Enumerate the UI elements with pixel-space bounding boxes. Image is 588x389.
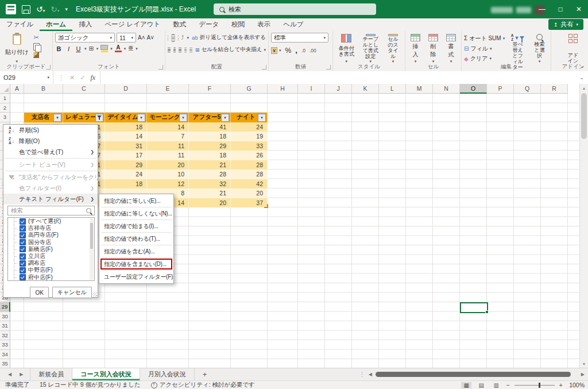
format-painter-button[interactable]	[33, 52, 39, 58]
merge-center-button[interactable]: ⊞セルを結合して中央揃え▾	[195, 45, 266, 55]
ribbon-tab-8[interactable]: ヘルプ	[277, 18, 310, 31]
row-header-3[interactable]: 3	[0, 113, 10, 122]
fill-button[interactable]: ⊟フィル▾	[464, 44, 505, 53]
cell[interactable]: 18	[189, 151, 231, 160]
row-header-2[interactable]: 2	[0, 103, 10, 113]
filter-item-8[interactable]: 府中店(F)	[8, 274, 94, 281]
zoom-slider[interactable]	[514, 385, 555, 386]
sheet-tab-0[interactable]: 新規会員	[30, 368, 72, 380]
cell[interactable]: 31	[105, 141, 147, 151]
filter-dropdown-button[interactable]: ▼	[221, 114, 229, 122]
scroll-right-icon[interactable]: ▶	[581, 372, 585, 377]
filter-dropdown-button[interactable]: ▼	[53, 114, 61, 122]
filter-item-4[interactable]: 新橋店(F)	[8, 246, 94, 253]
column-header-D[interactable]: D	[105, 84, 147, 94]
submenu-item-1[interactable]: 指定の値に等しくない(N)...	[99, 208, 173, 219]
column-header-P[interactable]: P	[487, 84, 514, 94]
currency-format-button[interactable]: ¥▾	[271, 45, 281, 55]
ribbon-tab-0[interactable]: ファイル	[0, 18, 40, 31]
filter-dropdown-button[interactable]: ▼	[258, 114, 266, 122]
orientation-icon[interactable]: ⤴	[181, 34, 184, 41]
ribbon-tab-5[interactable]: データ	[192, 18, 225, 31]
share-button[interactable]: ↥ 共有 ▾	[548, 19, 583, 30]
filter-list-scroll-thumb[interactable]	[90, 223, 93, 249]
table-header-5[interactable]: ナイト▼	[231, 113, 268, 122]
column-header-A[interactable]: A	[10, 84, 24, 94]
table-header-4[interactable]: アフター5▼	[189, 113, 231, 122]
submenu-item-4[interactable]: 指定の値を含む(A)...	[99, 246, 173, 257]
scroll-up-icon[interactable]: ▲	[580, 84, 588, 92]
font-color-button[interactable]: A	[115, 45, 122, 52]
checkbox-checked-icon[interactable]	[20, 218, 26, 225]
percent-format-button[interactable]: %	[285, 47, 292, 55]
column-header-C[interactable]: C	[63, 84, 105, 94]
cell[interactable]: 29	[105, 160, 147, 170]
decrease-decimal-button[interactable]: .00	[310, 48, 316, 53]
zoom-out-icon[interactable]: −	[506, 382, 509, 388]
column-header-I[interactable]: I	[298, 84, 325, 94]
submenu-item-3[interactable]: 指定の値で終わる(T)...	[99, 233, 173, 244]
number-format-select[interactable]: 標準 ▾	[271, 33, 328, 43]
checkbox-checked-icon[interactable]	[20, 246, 26, 252]
submenu-item-0[interactable]: 指定の値に等しい(E)...	[99, 195, 173, 206]
addins-button[interactable]: アドイン	[560, 33, 586, 65]
column-header-M[interactable]: M	[406, 84, 433, 94]
font-dialog-launcher[interactable]	[158, 65, 163, 70]
column-header-K[interactable]: K	[352, 84, 379, 94]
insert-function-icon[interactable]: fx	[90, 74, 95, 82]
checkbox-checked-icon[interactable]	[20, 274, 26, 280]
format-as-table-button[interactable]: テーブルとして書式設定 ▾	[359, 33, 382, 65]
row-header-32[interactable]: 32	[0, 331, 10, 341]
cell[interactable]: 28	[231, 170, 268, 179]
filter-list-scrollbar[interactable]	[90, 218, 94, 280]
cell[interactable]: 21	[189, 188, 231, 198]
status-mode[interactable]: 準備完了	[5, 381, 29, 389]
checkbox-checked-icon[interactable]	[20, 232, 26, 238]
clipboard-dialog-launcher[interactable]	[46, 65, 51, 70]
ribbon-tab-7[interactable]: 表示	[251, 18, 277, 31]
ribbon-tab-3[interactable]: ページ レイアウト	[98, 18, 167, 31]
cell[interactable]: 37	[231, 198, 268, 208]
filter-item-2[interactable]: 高円寺店(F)	[8, 232, 94, 238]
italic-button[interactable]: I	[65, 45, 72, 52]
increase-indent-icon[interactable]	[189, 48, 192, 52]
comma-format-button[interactable]: ,	[295, 46, 297, 55]
normal-view-icon[interactable]: ▦	[461, 382, 471, 388]
cell-styles-button[interactable]: セルのスタイル ▾	[384, 33, 403, 65]
cell[interactable]: 7	[147, 132, 189, 141]
align-top-icon[interactable]	[168, 36, 168, 40]
zoom-slider-thumb[interactable]	[539, 383, 540, 388]
submenu-item-5[interactable]: 指定の値を含まない(D)...	[99, 259, 173, 269]
sheet-tab-1[interactable]: コース別入会状況	[72, 368, 140, 380]
horizontal-scroll-track[interactable]	[376, 372, 578, 377]
filter-search-input[interactable]: 検索	[7, 206, 95, 215]
filter-dropdown-button[interactable]: ▼	[137, 114, 145, 122]
checkbox-checked-icon[interactable]	[20, 267, 26, 274]
ribbon-tab-6[interactable]: 校閲	[225, 18, 251, 31]
menu-sort-ascending[interactable]: AZ↓ 昇順(S)	[3, 125, 98, 136]
menu-text-filter[interactable]: テキスト フィルター(F)❯	[3, 194, 98, 205]
filter-ok-button[interactable]: OK	[30, 287, 48, 298]
cell[interactable]: 28	[231, 160, 268, 170]
row-header-35[interactable]: 35	[0, 359, 10, 368]
filter-dropdown-button[interactable]: ▼	[179, 114, 187, 122]
row-header-33[interactable]: 33	[0, 340, 10, 350]
column-header-O[interactable]: O	[460, 84, 487, 94]
row-header-34[interactable]: 34	[0, 350, 10, 360]
cell[interactable]: 19	[231, 132, 268, 141]
save-icon[interactable]	[22, 5, 30, 14]
table-header-2[interactable]: デイタイム▼	[105, 113, 147, 122]
ribbon-tab-2[interactable]: 挿入	[72, 18, 98, 31]
qat-customize-icon[interactable]: ▾	[65, 6, 68, 12]
zoom-level[interactable]: 100%	[567, 382, 585, 388]
vertical-scrollbar[interactable]: ▲ ▼	[579, 84, 588, 368]
cell[interactable]: 20	[147, 160, 189, 170]
number-dialog-launcher[interactable]	[326, 65, 331, 70]
cell[interactable]: 28	[189, 170, 231, 179]
conditional-formatting-button[interactable]: 条件付き書式 ▾	[335, 33, 358, 65]
page-break-view-icon[interactable]: ▥	[491, 382, 501, 388]
maximize-button[interactable]: □	[551, 0, 570, 18]
bold-button[interactable]: B	[55, 45, 63, 52]
grow-font-button[interactable]: A˄	[138, 33, 145, 43]
cell[interactable]: 10	[147, 170, 189, 179]
